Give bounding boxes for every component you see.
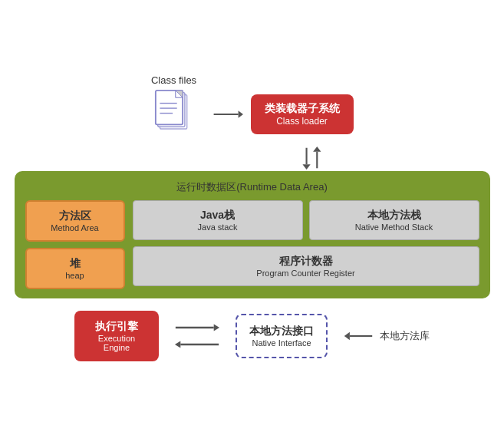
loader-to-runtime-arrows [295,147,333,170]
heap-en: heap [33,271,117,280]
native-interface-zh: 本地方法接口 [248,325,315,338]
native-method-stack-en: Native Method Stack [316,222,473,232]
runtime-label: 运行时数据区(Runtime Data Area) [25,180,479,194]
class-loader-zh: 类装载器子系统 [265,102,340,116]
right-top-row: Java栈 Java stack 本地方法栈 Native Method Sta… [133,200,479,240]
method-area-zh: 方法区 [33,209,117,223]
class-to-loader-arrow [212,103,243,126]
class-files-icon [151,89,197,139]
runtime-area: 运行时数据区(Runtime Data Area) 方法区 Method Are… [15,171,490,298]
svg-marker-27 [344,331,350,340]
svg-marker-9 [238,110,242,118]
class-loader-en: Class loader [265,116,340,127]
execution-engine-zh: 执行引擎 [85,320,148,334]
heap-zh: 堆 [33,257,117,271]
h-arrows [174,321,220,351]
left-col: 方法区 Method Area 堆 heap [25,200,125,289]
native-library-section: 本地方法库 [343,327,430,345]
program-counter-zh: 程序计数器 [140,255,473,269]
heap-box: 堆 heap [25,248,125,289]
native-library-label: 本地方法库 [380,329,430,343]
right-col: Java栈 Java stack 本地方法栈 Native Method Sta… [133,200,479,289]
class-files-label: Class files [151,74,196,86]
svg-marker-13 [313,147,321,152]
java-stack-box: Java栈 Java stack [133,200,303,240]
bottom-section: 执行引擎 Execution Engine 本地方法接口 Native Inte… [15,311,490,361]
native-method-stack-zh: 本地方法栈 [316,209,473,222]
method-area-en: Method Area [33,223,117,232]
program-counter-en: Program Counter Register [140,269,473,278]
execution-engine-box: 执行引擎 Execution Engine [74,311,159,361]
native-method-stack-box: 本地方法栈 Native Method Stack [309,200,479,240]
program-counter-box: 程序计数器 Program Counter Register [133,246,479,286]
java-stack-en: Java stack [140,222,296,232]
native-interface-box: 本地方法接口 Native Interface [236,314,328,358]
runtime-grid: 方法区 Method Area 堆 heap Java栈 Java stack … [25,200,479,289]
jvm-diagram: Class files [15,74,490,361]
native-interface-en: Native Interface [248,338,315,348]
class-loader-box: 类装载器子系统 Class loader [251,94,354,134]
execution-engine-en: Execution Engine [85,334,148,352]
svg-marker-11 [302,164,310,170]
class-files-group: Class files [151,74,197,139]
method-area-box: 方法区 Method Area [25,200,125,242]
top-section: Class files [15,74,490,139]
svg-marker-25 [175,341,180,348]
svg-marker-23 [214,324,219,331]
java-stack-zh: Java栈 [140,209,296,222]
